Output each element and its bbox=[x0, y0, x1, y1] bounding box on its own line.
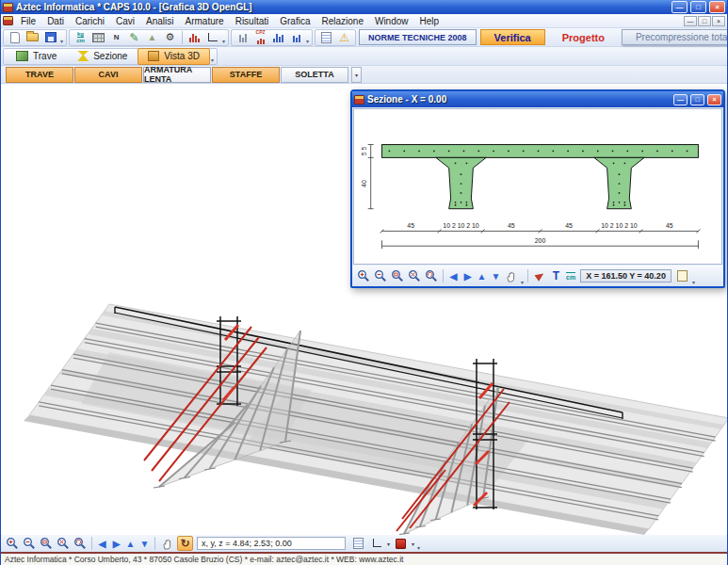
notes-icon[interactable] bbox=[674, 268, 690, 283]
render-dropdown-icon[interactable]: ▾ bbox=[412, 541, 414, 547]
pointer-flag-icon[interactable] bbox=[532, 268, 548, 283]
section-window[interactable]: Sezione - X = 0.00 — □ × bbox=[350, 89, 725, 288]
histogram-icon[interactable] bbox=[270, 30, 286, 45]
mdi-restore-button[interactable]: □ bbox=[698, 16, 711, 26]
tab-overflow-button[interactable]: ▾ bbox=[351, 67, 362, 83]
pan-up-icon[interactable]: ▲ bbox=[475, 271, 489, 282]
axes-toggle-icon[interactable] bbox=[368, 536, 384, 551]
view-vista3d-button[interactable]: Vista 3D bbox=[138, 48, 210, 65]
cpz-chart-icon[interactable]: CPZ bbox=[252, 30, 268, 45]
menu-file[interactable]: File bbox=[15, 16, 41, 26]
export-chart-icon[interactable] bbox=[235, 30, 251, 45]
loads-icon[interactable]: N bbox=[108, 30, 124, 45]
status-bar: Aztec Informatica * Corso Umberto, 43 * … bbox=[1, 552, 727, 565]
mdi-close-button[interactable]: × bbox=[712, 16, 725, 26]
menu-carichi[interactable]: Carichi bbox=[70, 16, 110, 26]
dim-label: 10 2 10 2 10 bbox=[443, 222, 479, 229]
menu-grafica[interactable]: Grafica bbox=[274, 16, 315, 26]
section-drawing-area[interactable]: 45 10 2 10 2 10 45 45 10 2 10 2 10 45 20… bbox=[353, 108, 722, 265]
dim-label: 45 bbox=[508, 222, 515, 229]
section-close-button[interactable]: × bbox=[707, 94, 721, 105]
menu-cavi[interactable]: Cavi bbox=[110, 16, 140, 26]
menu-dati[interactable]: Dati bbox=[41, 16, 70, 26]
pan-hand-icon[interactable] bbox=[505, 269, 518, 282]
open-file-icon[interactable] bbox=[24, 30, 40, 45]
tab-strip: TRAVE CAVI ARMATURA LENTA STAFFE SOLETTA… bbox=[1, 66, 727, 84]
print-report-icon[interactable] bbox=[350, 536, 366, 551]
application-window: Aztec Informatica * CAPS 10.0 - [Grafica… bbox=[0, 0, 728, 565]
minimize-button[interactable]: — bbox=[671, 1, 688, 13]
tab-trave[interactable]: TRAVE bbox=[6, 67, 73, 83]
precompressione-button[interactable]: Precompressione totale bbox=[622, 29, 728, 45]
zoom-window-icon[interactable] bbox=[391, 269, 404, 282]
text-tool-icon[interactable]: T bbox=[549, 269, 563, 282]
view-sezione-button[interactable]: Sezione bbox=[67, 48, 138, 65]
restore-button[interactable]: □ bbox=[690, 1, 706, 13]
toolbar-report-group: ⚠ bbox=[315, 29, 356, 46]
title-bar: Aztec Informatica * CAPS 10.0 - [Grafica… bbox=[1, 0, 727, 14]
tab-soletta[interactable]: SOLETTA bbox=[281, 67, 348, 83]
warning-icon[interactable]: ⚠ bbox=[336, 30, 352, 45]
section-minimize-button[interactable]: — bbox=[673, 94, 688, 105]
menu-relazione[interactable]: Relazione bbox=[315, 16, 368, 26]
options-gear-icon[interactable]: ⚙ bbox=[162, 30, 178, 45]
vista3d-icon bbox=[148, 51, 159, 61]
chart-edit-icon[interactable] bbox=[288, 30, 304, 45]
tab-cavi[interactable]: CAVI bbox=[74, 67, 142, 83]
toolbar-overflow-icon[interactable]: ▾ bbox=[692, 279, 695, 285]
pan-hand-icon[interactable] bbox=[158, 536, 177, 551]
norme-tecniche-button[interactable]: NORME TECNICHE 2008 bbox=[359, 29, 477, 45]
toolbar-overflow-icon[interactable]: ▾ bbox=[222, 38, 225, 44]
moment-diagram-icon[interactable] bbox=[186, 30, 202, 45]
materials-pyramid-icon[interactable]: ▲ bbox=[144, 30, 160, 45]
menu-risultati[interactable]: Risultati bbox=[230, 16, 275, 26]
tab-armatura-lenta[interactable]: ARMATURA LENTA bbox=[143, 67, 211, 83]
save-icon[interactable] bbox=[42, 30, 58, 45]
solid-render-cube-icon[interactable] bbox=[393, 536, 409, 551]
zoom-in-icon[interactable] bbox=[357, 269, 370, 282]
pan-right-icon[interactable]: ▶ bbox=[461, 271, 475, 282]
zoom-in-icon[interactable] bbox=[6, 537, 19, 550]
axes-diagram-icon[interactable] bbox=[204, 30, 220, 45]
pan-right-icon[interactable]: ▶ bbox=[109, 539, 123, 549]
toolbar-overflow-icon[interactable]: ▾ bbox=[521, 279, 524, 285]
pan-left-icon[interactable]: ◀ bbox=[446, 271, 461, 282]
toolbar-overflow-icon[interactable]: ▾ bbox=[306, 38, 309, 44]
zoom-previous-icon[interactable] bbox=[73, 537, 87, 550]
zoom-window-icon[interactable] bbox=[40, 537, 53, 550]
document-icon bbox=[3, 16, 13, 25]
progetto-button[interactable]: Progetto bbox=[549, 29, 618, 45]
measure-tool-icon[interactable]: cm bbox=[566, 272, 575, 281]
close-button[interactable]: × bbox=[709, 1, 725, 13]
zoom-out-icon[interactable] bbox=[23, 537, 36, 550]
verifica-button[interactable]: Verifica bbox=[480, 29, 545, 45]
zoom-previous-icon[interactable] bbox=[425, 269, 438, 282]
report-icon[interactable] bbox=[318, 30, 334, 45]
section-window-title-bar[interactable]: Sezione - X = 0.00 — □ × bbox=[352, 91, 723, 107]
view-trave-button[interactable]: Trave bbox=[6, 48, 67, 65]
pan-up-icon[interactable]: ▲ bbox=[123, 539, 138, 549]
pan-down-icon[interactable]: ▼ bbox=[489, 271, 503, 282]
menu-help[interactable]: Help bbox=[414, 16, 445, 26]
menu-analisi[interactable]: Analisi bbox=[140, 16, 179, 26]
tab-staffe[interactable]: STAFFE bbox=[212, 67, 280, 83]
pan-down-icon[interactable]: ▼ bbox=[138, 539, 152, 549]
orbit-tool-icon[interactable]: ↻ bbox=[177, 536, 193, 551]
axes-dropdown-icon[interactable]: ▾ bbox=[387, 541, 390, 547]
viewport-3d[interactable]: Sezione - X = 0.00 — □ × bbox=[1, 84, 727, 535]
mdi-minimize-button[interactable]: — bbox=[684, 16, 697, 26]
edit-pencil-icon[interactable]: ✎ bbox=[126, 30, 142, 45]
toolbar-overflow-icon[interactable]: ▾ bbox=[417, 544, 420, 551]
menu-window[interactable]: Window bbox=[369, 16, 414, 26]
pan-left-icon[interactable]: ◀ bbox=[95, 539, 109, 549]
units-icon[interactable]: kg cm bbox=[73, 30, 89, 45]
toolbar-overflow-icon[interactable]: ▾ bbox=[60, 38, 63, 44]
new-file-icon[interactable] bbox=[7, 30, 23, 45]
menu-armature[interactable]: Armature bbox=[180, 16, 230, 26]
toolbar-overflow-icon[interactable]: ▾ bbox=[211, 56, 214, 63]
zoom-out-icon[interactable] bbox=[374, 269, 387, 282]
zoom-extents-icon[interactable] bbox=[57, 537, 70, 550]
section-grid-icon[interactable] bbox=[90, 30, 106, 45]
section-restore-button[interactable]: □ bbox=[690, 94, 704, 105]
zoom-extents-icon[interactable] bbox=[408, 269, 421, 282]
